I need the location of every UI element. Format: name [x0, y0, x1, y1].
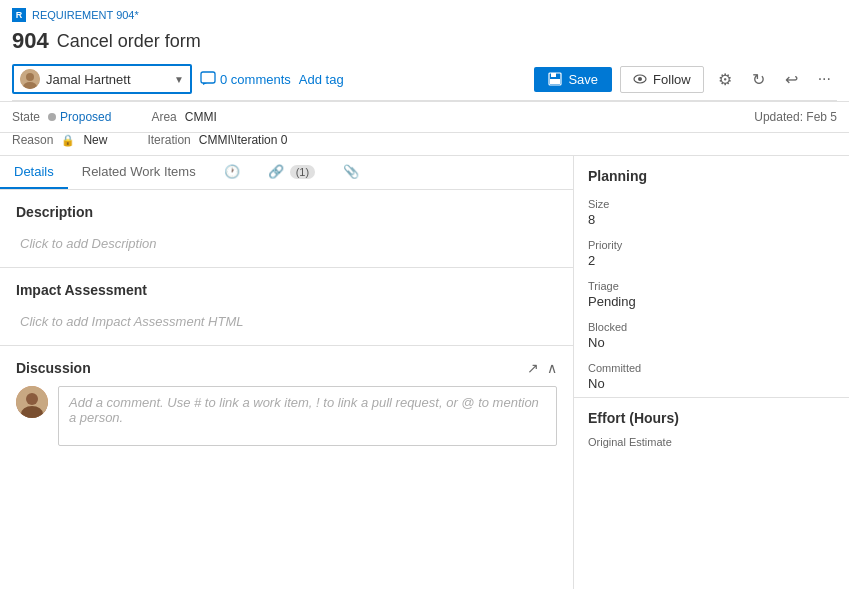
iteration-label: Iteration: [147, 133, 190, 147]
state-group: State Proposed: [12, 110, 111, 124]
priority-value[interactable]: 2: [588, 253, 835, 268]
follow-label: Follow: [653, 72, 691, 87]
assigned-to-name: Jamal Hartnett: [46, 72, 131, 87]
blocked-field: Blocked No: [588, 315, 835, 356]
updated-text: Updated: Feb 5: [754, 110, 837, 124]
impact-assessment-section: Impact Assessment Click to add Impact As…: [0, 268, 573, 346]
blocked-value[interactable]: No: [588, 335, 835, 350]
tab-details-label: Details: [14, 164, 54, 179]
discussion-actions: ↗ ∧: [527, 360, 557, 376]
area-value[interactable]: CMMI: [185, 110, 217, 124]
refresh-button[interactable]: ↻: [746, 65, 771, 94]
svg-rect-6: [550, 79, 560, 84]
svg-point-10: [26, 393, 38, 405]
description-section: Description Click to add Description: [0, 190, 573, 268]
dropdown-arrow-icon: ▼: [174, 74, 184, 85]
effort-fields: Original Estimate: [574, 430, 849, 472]
area-label: Area: [151, 110, 176, 124]
more-options-button[interactable]: ···: [812, 65, 837, 93]
work-item-id: 904: [12, 28, 49, 54]
impact-assessment-placeholder[interactable]: Click to add Impact Assessment HTML: [16, 306, 557, 337]
committed-value[interactable]: No: [588, 376, 835, 391]
committed-label: Committed: [588, 362, 835, 374]
tab-history[interactable]: 🕐: [210, 156, 254, 189]
state-dot: [48, 113, 56, 121]
comments-button[interactable]: 0 comments: [200, 71, 291, 87]
eye-icon: [633, 72, 647, 86]
work-item-title[interactable]: Cancel order form: [57, 31, 201, 52]
original-estimate-label: Original Estimate: [588, 436, 835, 448]
right-panel: Planning Size 8 Priority 2 Triage Pendin…: [574, 156, 849, 589]
size-label: Size: [588, 198, 835, 210]
avatar: [20, 69, 40, 89]
reason-value[interactable]: New: [83, 133, 107, 147]
main-content: Details Related Work Items 🕐 🔗 (1) 📎 Des…: [0, 156, 849, 589]
planning-title: Planning: [574, 156, 849, 192]
svg-point-8: [638, 77, 642, 81]
settings-button[interactable]: ⚙: [712, 65, 738, 94]
save-button[interactable]: Save: [534, 67, 612, 92]
blocked-label: Blocked: [588, 321, 835, 333]
committed-field: Committed No: [588, 356, 835, 397]
tab-links-badge: (1): [290, 165, 315, 179]
tab-details[interactable]: Details: [0, 156, 68, 189]
comments-count: 0 comments: [220, 72, 291, 87]
state-value: Proposed: [48, 110, 111, 124]
impact-assessment-title: Impact Assessment: [16, 282, 557, 298]
discussion-header: Discussion ↗ ∧: [16, 360, 557, 376]
breadcrumb-icon: R: [12, 8, 26, 22]
add-tag-button[interactable]: Add tag: [299, 72, 344, 87]
size-value[interactable]: 8: [588, 212, 835, 227]
meta-row: State Proposed Area CMMI Updated: Feb 5: [0, 102, 849, 133]
svg-point-1: [26, 73, 34, 81]
follow-button[interactable]: Follow: [620, 66, 704, 93]
discussion-title: Discussion: [16, 360, 91, 376]
assigned-to-select[interactable]: Jamal Hartnett ▼: [12, 64, 192, 94]
reason-lock-icon: 🔒: [61, 134, 75, 147]
undo-button[interactable]: ↩: [779, 65, 804, 94]
save-icon: [548, 72, 562, 86]
tabs-row: Details Related Work Items 🕐 🔗 (1) 📎: [0, 156, 573, 190]
tab-related-label: Related Work Items: [82, 164, 196, 179]
iteration-value[interactable]: CMMI\Iteration 0: [199, 133, 288, 147]
left-panel: Details Related Work Items 🕐 🔗 (1) 📎 Des…: [0, 156, 574, 589]
reason-group: Reason 🔒 New: [12, 133, 107, 147]
reason-label: Reason: [12, 133, 53, 147]
tab-related-work-items[interactable]: Related Work Items: [68, 156, 210, 189]
priority-field: Priority 2: [588, 233, 835, 274]
size-field: Size 8: [588, 192, 835, 233]
breadcrumb: R REQUIREMENT 904*: [12, 4, 837, 24]
link-icon: 🔗: [268, 164, 284, 179]
toolbar: Jamal Hartnett ▼ 0 comments Add tag Save: [12, 60, 837, 101]
tab-links[interactable]: 🔗 (1): [254, 156, 329, 189]
comment-area: Add a comment. Use # to link a work item…: [16, 386, 557, 446]
effort-title: Effort (Hours): [574, 397, 849, 430]
svg-rect-3: [201, 72, 215, 83]
description-placeholder[interactable]: Click to add Description: [16, 228, 557, 259]
attachment-icon: 📎: [343, 164, 359, 179]
history-icon: 🕐: [224, 164, 240, 179]
comment-input[interactable]: Add a comment. Use # to link a work item…: [58, 386, 557, 446]
priority-label: Priority: [588, 239, 835, 251]
breadcrumb-text[interactable]: REQUIREMENT 904*: [32, 9, 139, 21]
triage-field: Triage Pending: [588, 274, 835, 315]
expand-icon[interactable]: ↗: [527, 360, 539, 376]
tab-attachments[interactable]: 📎: [329, 156, 373, 189]
save-label: Save: [568, 72, 598, 87]
state-label: State: [12, 110, 40, 124]
title-row: 904 Cancel order form: [12, 24, 837, 60]
original-estimate-field: Original Estimate: [588, 430, 835, 472]
area-group: Area CMMI: [151, 110, 216, 124]
original-estimate-value[interactable]: [588, 450, 835, 466]
planning-fields: Size 8 Priority 2 Triage Pending Blocked…: [574, 192, 849, 397]
comment-icon: [200, 71, 216, 87]
collapse-icon[interactable]: ∧: [547, 360, 557, 376]
triage-value[interactable]: Pending: [588, 294, 835, 309]
triage-label: Triage: [588, 280, 835, 292]
meta-row-2: Reason 🔒 New Iteration CMMI\Iteration 0: [0, 133, 849, 156]
top-bar: R REQUIREMENT 904* 904 Cancel order form…: [0, 0, 849, 102]
state-text[interactable]: Proposed: [60, 110, 111, 124]
discussion-section: Discussion ↗ ∧ Add a comment. Use # to l…: [0, 346, 573, 454]
description-title: Description: [16, 204, 557, 220]
svg-rect-5: [551, 73, 556, 77]
